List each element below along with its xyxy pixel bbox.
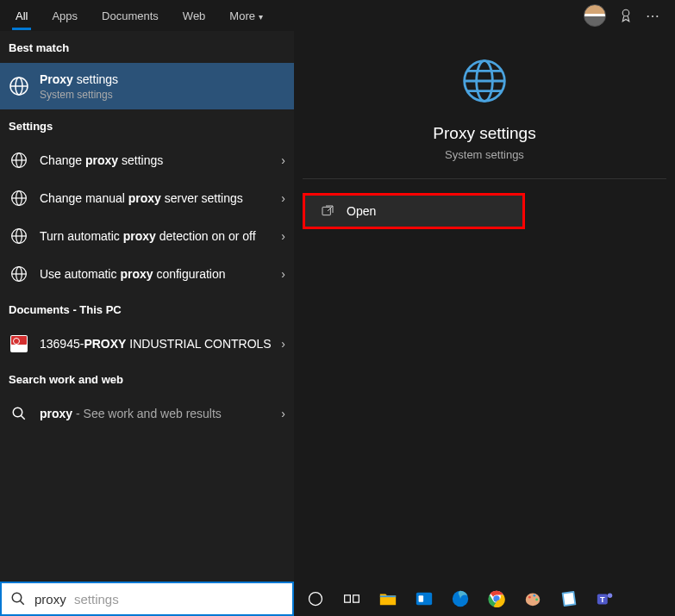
svg-point-16 [13, 408, 22, 417]
chevron-down-icon: ▾ [259, 12, 263, 22]
chrome-icon[interactable] [485, 588, 508, 610]
tab-all[interactable]: All [3, 3, 40, 29]
open-icon [321, 204, 334, 218]
taskbar: T [294, 582, 675, 616]
svg-line-17 [21, 415, 25, 420]
cortana-icon[interactable] [304, 588, 327, 610]
file-explorer-icon[interactable] [377, 588, 399, 610]
detail-panel: Proxy settings System settings Open [294, 31, 675, 582]
svg-line-23 [20, 600, 24, 605]
search-icon [10, 591, 26, 607]
tab-apps[interactable]: Apps [40, 3, 90, 29]
task-view-icon[interactable] [341, 588, 363, 610]
globe-icon [9, 76, 29, 96]
edge-icon[interactable] [449, 588, 472, 610]
chevron-right-icon: › [281, 229, 285, 243]
tab-more[interactable]: More▾ [217, 3, 275, 29]
svg-point-40 [608, 594, 613, 599]
globe-icon [9, 226, 29, 246]
chevron-right-icon: › [281, 191, 285, 205]
svg-rect-21 [322, 207, 330, 215]
result-web-search[interactable]: proxy - See work and web results › [0, 395, 294, 432]
search-input[interactable] [34, 592, 284, 607]
open-label: Open [347, 204, 376, 218]
globe-icon [9, 264, 29, 284]
user-avatar[interactable] [584, 4, 606, 27]
section-documents: Documents - This PC [0, 293, 294, 325]
section-work-web: Search work and web [0, 363, 294, 395]
search-results-panel: Best match Proxy settings System setting… [0, 31, 294, 582]
paint-icon[interactable] [522, 588, 544, 610]
svg-point-35 [535, 599, 538, 601]
result-use-automatic-proxy[interactable]: Use automatic proxy configuration › [0, 255, 294, 293]
tab-documents[interactable]: Documents [90, 3, 171, 29]
result-change-proxy[interactable]: Change proxy settings › [0, 141, 294, 179]
chevron-right-icon: › [281, 337, 285, 351]
svg-point-24 [309, 593, 322, 606]
notepad-icon[interactable] [558, 588, 580, 610]
result-change-manual-proxy[interactable]: Change manual proxy server settings › [0, 179, 294, 217]
section-settings: Settings [0, 109, 294, 141]
rewards-icon[interactable] [618, 8, 634, 23]
pdf-icon [9, 333, 29, 354]
chevron-right-icon: › [281, 153, 285, 167]
svg-point-34 [533, 594, 535, 597]
chevron-right-icon: › [281, 267, 285, 281]
svg-rect-25 [345, 595, 351, 602]
search-box[interactable]: settings [0, 582, 294, 616]
tab-web[interactable]: Web [171, 3, 218, 29]
search-filter-tabs: All Apps Documents Web More▾ ⋯ [0, 0, 675, 31]
detail-title: Proxy settings [320, 124, 649, 143]
svg-point-0 [622, 9, 629, 16]
svg-point-33 [528, 596, 531, 599]
result-proxy-settings[interactable]: Proxy settings System settings [0, 63, 294, 109]
svg-rect-26 [353, 595, 359, 602]
svg-point-22 [12, 593, 22, 602]
svg-rect-37 [564, 593, 575, 605]
search-icon [9, 403, 29, 424]
open-button[interactable]: Open [303, 193, 525, 229]
chevron-right-icon: › [281, 407, 285, 420]
section-best-match: Best match [0, 31, 294, 63]
globe-icon [460, 57, 509, 105]
svg-rect-28 [419, 595, 424, 601]
outlook-icon[interactable] [413, 588, 435, 610]
result-document-pdf[interactable]: 136945-PROXY INDUSTRIAL CONTROLS › [0, 325, 294, 363]
more-options-icon[interactable]: ⋯ [646, 8, 661, 24]
globe-icon [9, 188, 29, 208]
detail-subtitle: System settings [320, 148, 649, 161]
svg-text:T: T [600, 595, 605, 604]
result-turn-automatic-proxy[interactable]: Turn automatic proxy detection on or off… [0, 217, 294, 255]
globe-icon [9, 150, 29, 171]
teams-icon[interactable]: T [594, 588, 616, 610]
